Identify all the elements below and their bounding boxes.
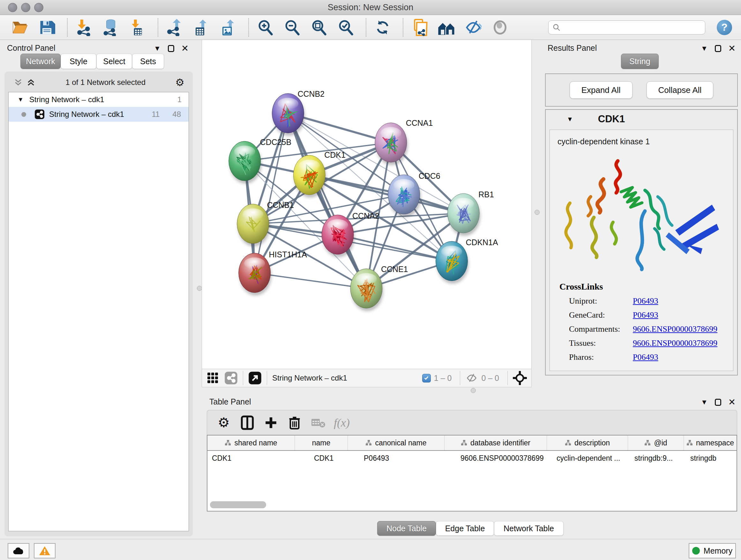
birdseye-crosshair-icon[interactable] [513,371,527,385]
horizontal-splitter[interactable] [202,387,741,394]
zoom-out-icon[interactable] [283,18,301,37]
network-options-gear-icon[interactable]: ⚙ [175,76,185,88]
application-window: Session: New Session [0,0,741,560]
table-row[interactable]: CDK1 CDK1 P06493 9606.ENSP00000378699 cy… [207,451,737,465]
node-table: shared name name canonical name database… [207,435,737,511]
column-header-id[interactable]: @id [628,435,684,450]
refresh-view-icon[interactable] [374,18,392,37]
crosslink-row: GeneCard:P06493 [569,310,733,320]
open-session-icon[interactable] [11,18,29,37]
export-image-icon[interactable] [219,18,238,37]
cell-id[interactable]: stringdb:9... [628,451,684,465]
panel-close-icon[interactable]: ✕ [181,44,189,53]
network-view-toolbar: String Network – cdk1 1 – 0 0 – 0 [202,369,532,387]
save-session-icon[interactable] [38,18,56,37]
table-horizontal-scrollbar[interactable] [209,501,735,509]
share-document-icon[interactable] [410,18,429,37]
column-header-canonical-name[interactable]: canonical name [348,435,445,450]
cell-namespace[interactable]: stringdb [684,451,737,465]
export-table-icon[interactable] [192,18,211,37]
delete-column-trash-icon[interactable] [286,414,304,432]
cell-canonical-name[interactable]: P06493 [348,451,445,465]
tab-network[interactable]: Network [20,54,61,69]
panel-close-icon[interactable]: ✕ [728,44,736,53]
cell-database-identifier[interactable]: 9606.ENSP00000378699 [445,451,547,465]
crosslink-link[interactable]: 9606.ENSP00000378699 [633,324,718,334]
import-table-file-icon[interactable] [128,18,147,37]
cell-name[interactable]: CDK1 [295,451,348,465]
zoom-in-icon[interactable] [256,18,274,37]
panel-close-icon[interactable]: ✕ [728,398,736,407]
eye-disabled-icon[interactable] [491,18,509,37]
column-header-description[interactable]: description [547,435,628,450]
panel-menu-caret-icon[interactable]: ▼ [701,399,708,406]
grid-view-icon[interactable] [206,372,219,384]
network-row-selected[interactable]: String Network – cdk1 11 48 [9,107,189,122]
panel-menu-caret-icon[interactable]: ▼ [154,45,161,52]
panel-float-icon[interactable] [715,45,721,52]
right-splitter[interactable] [532,40,542,394]
zoom-fit-icon[interactable] [310,18,328,37]
split-columns-icon[interactable] [239,414,256,432]
zoom-selected-icon[interactable] [336,18,355,37]
collapse-all-button[interactable]: Collapse All [647,81,714,99]
panel-float-icon[interactable] [715,399,721,406]
panel-menu-caret-icon[interactable]: ▼ [701,45,708,52]
memory-button[interactable]: Memory [689,543,736,558]
collapse-all-icon[interactable] [13,78,23,87]
string-share-icon[interactable] [224,371,238,385]
panel-float-icon[interactable] [168,45,174,52]
import-network-database-icon[interactable] [102,18,120,37]
left-splitter[interactable] [197,40,202,539]
home-networks-icon[interactable] [437,18,456,37]
tab-edge-table[interactable]: Edge Table [436,521,494,536]
cloud-status-button[interactable] [8,543,29,558]
crosslink-link[interactable]: 9606.ENSP00000378699 [633,338,718,348]
tab-string-results[interactable]: String [621,54,659,69]
node-label-RB1: RB1 [478,190,494,199]
open-full-view-icon[interactable] [248,371,262,385]
apply-function-icon[interactable]: f(x) [333,414,351,432]
expand-all-button[interactable]: Expand All [569,81,632,99]
selected-nodes-checkbox[interactable] [422,374,431,382]
collection-expander-icon[interactable]: ▼ [17,96,23,103]
delete-table-icon[interactable] [309,414,327,432]
crosslinks-title: CrossLinks [559,282,733,292]
cell-shared-name[interactable]: CDK1 [207,451,295,465]
tab-select[interactable]: Select [96,54,132,69]
tab-network-table[interactable]: Network Table [494,521,563,536]
expand-all-icon[interactable] [26,78,36,87]
gene-entry-header[interactable]: ▼ CDK1 [546,110,737,128]
help-button[interactable]: ? [717,20,732,35]
gene-entry-body: cyclin-dependent kinase 1 [549,130,733,371]
gene-symbol: CDK1 [598,113,625,125]
protein-structure-image [552,149,731,276]
export-network-icon[interactable] [165,18,184,37]
warnings-button[interactable] [34,543,56,558]
cell-description[interactable]: cyclin-dependent ... [547,451,628,465]
search-input[interactable] [561,23,705,32]
column-header-shared-name[interactable]: shared name [207,435,295,450]
search-box[interactable] [548,20,705,35]
tab-sets[interactable]: Sets [132,54,164,69]
import-network-file-icon[interactable] [75,18,93,37]
add-column-icon[interactable] [262,414,280,432]
gene-expander-icon[interactable]: ▼ [567,116,573,123]
table-toolbar: ⚙ f(x) [207,410,737,435]
network-collection-row[interactable]: ▼ String Network – cdk1 1 [9,92,189,107]
network-canvas[interactable]: CCNB2CCNA1CDC25BCDK1CDC6RB1CCNB1CCNA2CDK… [202,40,532,369]
column-header-database-identifier[interactable]: database identifier [445,435,547,450]
column-header-name[interactable]: name [295,435,348,450]
tab-node-table[interactable]: Node Table [377,521,436,536]
table-settings-gear-icon[interactable]: ⚙ [215,414,232,432]
crosslink-link[interactable]: P06493 [633,296,658,306]
crosslink-label: Uniprot: [569,296,633,306]
column-header-namespace[interactable]: namespace [684,435,737,450]
eye-slash-icon[interactable] [464,18,482,37]
string-network-graph[interactable]: CCNB2CCNA1CDC25BCDK1CDC6RB1CCNB1CCNA2CDK… [202,40,531,368]
crosslink-link[interactable]: P06493 [633,310,658,320]
crosslink-link[interactable]: P06493 [633,353,658,362]
tab-style[interactable]: Style [61,54,96,69]
scrollbar-thumb[interactable] [210,501,266,508]
hidden-elements-eye-slash-icon[interactable] [465,372,478,384]
